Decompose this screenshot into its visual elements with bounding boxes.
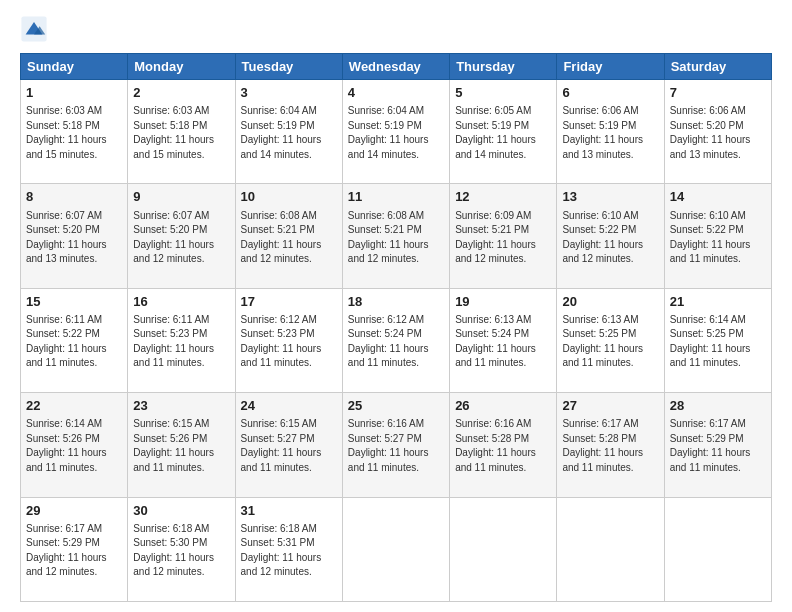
calendar-cell: 3Sunrise: 6:04 AMSunset: 5:19 PMDaylight… [235, 80, 342, 184]
calendar-cell: 6Sunrise: 6:06 AMSunset: 5:19 PMDaylight… [557, 80, 664, 184]
day-info: Sunrise: 6:17 AMSunset: 5:29 PMDaylight:… [26, 522, 122, 580]
day-number: 2 [133, 84, 229, 102]
day-number: 5 [455, 84, 551, 102]
day-number: 17 [241, 293, 337, 311]
calendar-cell: 8Sunrise: 6:07 AMSunset: 5:20 PMDaylight… [21, 184, 128, 288]
day-number: 27 [562, 397, 658, 415]
day-number: 23 [133, 397, 229, 415]
calendar-cell: 18Sunrise: 6:12 AMSunset: 5:24 PMDayligh… [342, 288, 449, 392]
day-info: Sunrise: 6:07 AMSunset: 5:20 PMDaylight:… [26, 209, 122, 267]
day-number: 24 [241, 397, 337, 415]
calendar-cell: 4Sunrise: 6:04 AMSunset: 5:19 PMDaylight… [342, 80, 449, 184]
weekday-header-tuesday: Tuesday [235, 54, 342, 80]
weekday-header-wednesday: Wednesday [342, 54, 449, 80]
weekday-header-saturday: Saturday [664, 54, 771, 80]
day-info: Sunrise: 6:03 AMSunset: 5:18 PMDaylight:… [26, 104, 122, 162]
day-info: Sunrise: 6:08 AMSunset: 5:21 PMDaylight:… [348, 209, 444, 267]
page: SundayMondayTuesdayWednesdayThursdayFrid… [0, 0, 792, 612]
weekday-header-monday: Monday [128, 54, 235, 80]
calendar-cell: 20Sunrise: 6:13 AMSunset: 5:25 PMDayligh… [557, 288, 664, 392]
day-number: 6 [562, 84, 658, 102]
day-number: 3 [241, 84, 337, 102]
day-number: 14 [670, 188, 766, 206]
calendar-cell: 24Sunrise: 6:15 AMSunset: 5:27 PMDayligh… [235, 393, 342, 497]
calendar-cell: 2Sunrise: 6:03 AMSunset: 5:18 PMDaylight… [128, 80, 235, 184]
calendar-cell [664, 497, 771, 601]
weekday-header-friday: Friday [557, 54, 664, 80]
day-number: 26 [455, 397, 551, 415]
day-number: 21 [670, 293, 766, 311]
day-info: Sunrise: 6:17 AMSunset: 5:29 PMDaylight:… [670, 417, 766, 475]
calendar-cell [342, 497, 449, 601]
day-info: Sunrise: 6:08 AMSunset: 5:21 PMDaylight:… [241, 209, 337, 267]
day-info: Sunrise: 6:17 AMSunset: 5:28 PMDaylight:… [562, 417, 658, 475]
day-number: 25 [348, 397, 444, 415]
calendar-cell: 26Sunrise: 6:16 AMSunset: 5:28 PMDayligh… [450, 393, 557, 497]
day-number: 1 [26, 84, 122, 102]
day-number: 28 [670, 397, 766, 415]
day-info: Sunrise: 6:15 AMSunset: 5:27 PMDaylight:… [241, 417, 337, 475]
day-number: 20 [562, 293, 658, 311]
day-info: Sunrise: 6:15 AMSunset: 5:26 PMDaylight:… [133, 417, 229, 475]
day-number: 30 [133, 502, 229, 520]
logo-icon [20, 15, 48, 43]
calendar-cell: 22Sunrise: 6:14 AMSunset: 5:26 PMDayligh… [21, 393, 128, 497]
day-number: 18 [348, 293, 444, 311]
calendar-cell: 9Sunrise: 6:07 AMSunset: 5:20 PMDaylight… [128, 184, 235, 288]
day-number: 19 [455, 293, 551, 311]
calendar-cell [450, 497, 557, 601]
calendar-cell: 13Sunrise: 6:10 AMSunset: 5:22 PMDayligh… [557, 184, 664, 288]
day-info: Sunrise: 6:18 AMSunset: 5:30 PMDaylight:… [133, 522, 229, 580]
day-info: Sunrise: 6:04 AMSunset: 5:19 PMDaylight:… [348, 104, 444, 162]
calendar-cell: 15Sunrise: 6:11 AMSunset: 5:22 PMDayligh… [21, 288, 128, 392]
calendar-cell: 11Sunrise: 6:08 AMSunset: 5:21 PMDayligh… [342, 184, 449, 288]
day-info: Sunrise: 6:06 AMSunset: 5:20 PMDaylight:… [670, 104, 766, 162]
calendar-cell: 7Sunrise: 6:06 AMSunset: 5:20 PMDaylight… [664, 80, 771, 184]
calendar-cell: 21Sunrise: 6:14 AMSunset: 5:25 PMDayligh… [664, 288, 771, 392]
calendar-cell: 10Sunrise: 6:08 AMSunset: 5:21 PMDayligh… [235, 184, 342, 288]
day-info: Sunrise: 6:18 AMSunset: 5:31 PMDaylight:… [241, 522, 337, 580]
calendar-cell: 27Sunrise: 6:17 AMSunset: 5:28 PMDayligh… [557, 393, 664, 497]
day-number: 29 [26, 502, 122, 520]
logo [20, 15, 52, 43]
calendar-cell: 12Sunrise: 6:09 AMSunset: 5:21 PMDayligh… [450, 184, 557, 288]
calendar-cell: 28Sunrise: 6:17 AMSunset: 5:29 PMDayligh… [664, 393, 771, 497]
day-info: Sunrise: 6:13 AMSunset: 5:24 PMDaylight:… [455, 313, 551, 371]
calendar-cell: 17Sunrise: 6:12 AMSunset: 5:23 PMDayligh… [235, 288, 342, 392]
day-info: Sunrise: 6:13 AMSunset: 5:25 PMDaylight:… [562, 313, 658, 371]
day-number: 4 [348, 84, 444, 102]
calendar-cell: 19Sunrise: 6:13 AMSunset: 5:24 PMDayligh… [450, 288, 557, 392]
calendar-cell: 16Sunrise: 6:11 AMSunset: 5:23 PMDayligh… [128, 288, 235, 392]
day-number: 22 [26, 397, 122, 415]
day-number: 8 [26, 188, 122, 206]
day-info: Sunrise: 6:09 AMSunset: 5:21 PMDaylight:… [455, 209, 551, 267]
day-info: Sunrise: 6:11 AMSunset: 5:22 PMDaylight:… [26, 313, 122, 371]
calendar-cell: 30Sunrise: 6:18 AMSunset: 5:30 PMDayligh… [128, 497, 235, 601]
day-info: Sunrise: 6:12 AMSunset: 5:23 PMDaylight:… [241, 313, 337, 371]
day-info: Sunrise: 6:16 AMSunset: 5:27 PMDaylight:… [348, 417, 444, 475]
weekday-header-thursday: Thursday [450, 54, 557, 80]
day-number: 13 [562, 188, 658, 206]
day-info: Sunrise: 6:04 AMSunset: 5:19 PMDaylight:… [241, 104, 337, 162]
day-info: Sunrise: 6:05 AMSunset: 5:19 PMDaylight:… [455, 104, 551, 162]
day-number: 11 [348, 188, 444, 206]
day-info: Sunrise: 6:14 AMSunset: 5:25 PMDaylight:… [670, 313, 766, 371]
day-number: 12 [455, 188, 551, 206]
calendar-cell: 23Sunrise: 6:15 AMSunset: 5:26 PMDayligh… [128, 393, 235, 497]
calendar-cell: 31Sunrise: 6:18 AMSunset: 5:31 PMDayligh… [235, 497, 342, 601]
day-number: 10 [241, 188, 337, 206]
day-info: Sunrise: 6:12 AMSunset: 5:24 PMDaylight:… [348, 313, 444, 371]
day-number: 15 [26, 293, 122, 311]
day-number: 9 [133, 188, 229, 206]
day-number: 31 [241, 502, 337, 520]
calendar-table: SundayMondayTuesdayWednesdayThursdayFrid… [20, 53, 772, 602]
day-info: Sunrise: 6:06 AMSunset: 5:19 PMDaylight:… [562, 104, 658, 162]
weekday-header-sunday: Sunday [21, 54, 128, 80]
calendar-cell: 25Sunrise: 6:16 AMSunset: 5:27 PMDayligh… [342, 393, 449, 497]
day-info: Sunrise: 6:10 AMSunset: 5:22 PMDaylight:… [670, 209, 766, 267]
calendar-cell: 29Sunrise: 6:17 AMSunset: 5:29 PMDayligh… [21, 497, 128, 601]
day-number: 7 [670, 84, 766, 102]
calendar-cell: 14Sunrise: 6:10 AMSunset: 5:22 PMDayligh… [664, 184, 771, 288]
day-info: Sunrise: 6:14 AMSunset: 5:26 PMDaylight:… [26, 417, 122, 475]
day-info: Sunrise: 6:10 AMSunset: 5:22 PMDaylight:… [562, 209, 658, 267]
